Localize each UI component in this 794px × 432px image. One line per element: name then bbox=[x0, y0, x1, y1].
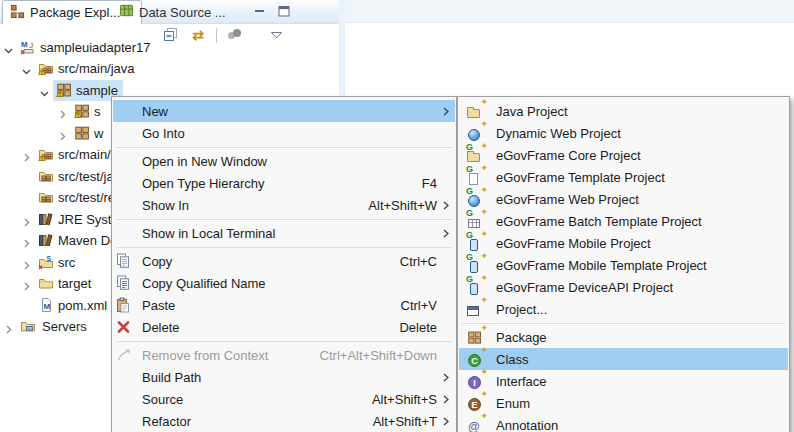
new-interface-icon: I✦ bbox=[467, 373, 487, 389]
egov-mobile-project-icon: G✦ bbox=[467, 235, 487, 251]
source-folder-icon bbox=[38, 189, 54, 205]
submenu-arrow-icon bbox=[439, 104, 449, 119]
tree-item-label: w bbox=[92, 123, 105, 144]
package-warning-icon bbox=[56, 82, 72, 98]
svg-text:S: S bbox=[47, 255, 52, 262]
new-package-icon: ✦ bbox=[467, 329, 487, 345]
new-java-project-icon: ✦ bbox=[467, 103, 487, 119]
chevron-collapsed-icon[interactable] bbox=[58, 107, 67, 116]
submenu-item-package[interactable]: ✦ Package bbox=[459, 326, 788, 348]
chevron-expanded-icon[interactable] bbox=[4, 43, 13, 52]
new-submenu: ✦ Java Project ✦ Dynamic Web Project G✦ … bbox=[457, 96, 790, 432]
svg-text:M: M bbox=[44, 302, 51, 311]
pom-file-icon: M bbox=[38, 297, 54, 313]
chevron-collapsed-icon[interactable] bbox=[58, 129, 67, 138]
chevron-collapsed-icon[interactable] bbox=[4, 322, 13, 331]
view-tab-bar: Package Expl... Data Source ... bbox=[0, 0, 339, 24]
submenu-item-egovframe-deviceapi-project[interactable]: G✦ eGovFrame DeviceAPI Project bbox=[459, 276, 788, 298]
new-class-icon: C✦ bbox=[467, 351, 487, 367]
submenu-item-egovframe-template-project[interactable]: G✦ eGovFrame Template Project bbox=[459, 166, 788, 188]
tree-item-label: src bbox=[56, 252, 77, 273]
library-icon bbox=[38, 232, 54, 248]
menu-item-open-type-hierarchy[interactable]: Open Type Hierarchy F4 bbox=[113, 172, 455, 194]
minimize-button[interactable] bbox=[254, 5, 266, 17]
tree-item-sampleuiadapter17[interactable]: MJ sampleuiadapter17 bbox=[0, 37, 339, 58]
new-enum-icon: E✦ bbox=[467, 395, 487, 411]
tree-item-src-main-java[interactable]: src/main/java bbox=[0, 58, 339, 79]
submenu-item-egovframe-web-project[interactable]: G✦ eGovFrame Web Project bbox=[459, 188, 788, 210]
egov-mobile-template-project-icon: G✦ bbox=[467, 257, 487, 273]
submenu-item-egovframe-mobile-project[interactable]: G✦ eGovFrame Mobile Project bbox=[459, 232, 788, 254]
submenu-arrow-icon bbox=[439, 226, 449, 241]
delete-icon bbox=[116, 319, 134, 335]
egov-core-project-icon: G✦ bbox=[467, 147, 487, 163]
tree-item-label: target bbox=[56, 273, 93, 294]
egov-template-project-icon: G✦ bbox=[467, 169, 487, 185]
new-project-generic-icon: ✦ bbox=[467, 301, 487, 317]
package-warning-icon bbox=[74, 103, 90, 119]
source-folder-warning-icon bbox=[38, 60, 54, 76]
package-explorer-icon bbox=[10, 4, 25, 22]
menu-item-remove-from-context[interactable]: Remove from Context Ctrl+Alt+Shift+Down bbox=[113, 344, 455, 366]
menu-item-source[interactable]: Source Alt+Shift+S bbox=[113, 388, 455, 410]
submenu-arrow-icon bbox=[439, 370, 449, 385]
submenu-item-egovframe-batch-template-project[interactable]: G✦ eGovFrame Batch Template Project bbox=[459, 210, 788, 232]
new-annotation-icon: @✦ bbox=[467, 417, 487, 432]
tab-data-source-explorer[interactable]: Data Source ... bbox=[112, 0, 233, 24]
context-menu: New Go Into Open in New Window Open Type… bbox=[111, 96, 457, 432]
chevron-collapsed-icon[interactable] bbox=[22, 150, 31, 159]
tree-item-label: sampleuiadapter17 bbox=[38, 37, 153, 58]
chevron-collapsed-icon[interactable] bbox=[22, 279, 31, 288]
submenu-item-egovframe-core-project[interactable]: G✦ eGovFrame Core Project bbox=[459, 144, 788, 166]
submenu-arrow-icon bbox=[439, 198, 449, 213]
maximize-button[interactable] bbox=[278, 5, 291, 18]
source-folder-warning-icon bbox=[38, 146, 54, 162]
chevron-expanded-icon[interactable] bbox=[22, 64, 31, 73]
menu-item-open-in-new-window[interactable]: Open in New Window bbox=[113, 150, 455, 172]
tree-item-label: s bbox=[92, 101, 103, 122]
submenu-item-interface[interactable]: I✦ Interface bbox=[459, 370, 788, 392]
src-folder-icon: S bbox=[38, 254, 54, 270]
menu-item-build-path[interactable]: Build Path bbox=[113, 366, 455, 388]
menu-separator bbox=[113, 338, 455, 344]
submenu-item-annotation[interactable]: @✦ Annotation bbox=[459, 414, 788, 432]
submenu-item-egovframe-mobile-template-project[interactable]: G✦ eGovFrame Mobile Template Project bbox=[459, 254, 788, 276]
folder-icon bbox=[38, 275, 54, 291]
submenu-item-enum[interactable]: E✦ Enum bbox=[459, 392, 788, 414]
submenu-item-project[interactable]: ✦ Project... bbox=[459, 298, 788, 320]
submenu-item-java-project[interactable]: ✦ Java Project bbox=[459, 100, 788, 122]
menu-item-copy[interactable]: Copy Ctrl+C bbox=[113, 250, 455, 272]
tree-item-label: src/main/java bbox=[56, 58, 137, 79]
editor-area-strip bbox=[345, 0, 794, 23]
paste-icon bbox=[116, 297, 134, 313]
data-source-icon bbox=[119, 3, 134, 21]
menu-separator bbox=[459, 320, 788, 326]
chevron-collapsed-icon[interactable] bbox=[22, 236, 31, 245]
menu-item-copy-qualified-name[interactable]: Copy Qualified Name bbox=[113, 272, 455, 294]
submenu-item-class[interactable]: C✦ Class bbox=[459, 348, 788, 370]
menu-item-refactor[interactable]: Refactor Alt+Shift+T bbox=[113, 410, 455, 432]
menu-item-show-in-local-terminal[interactable]: Show in Local Terminal bbox=[113, 222, 455, 244]
submenu-item-dynamic-web-project[interactable]: ✦ Dynamic Web Project bbox=[459, 122, 788, 144]
copy-icon bbox=[116, 253, 134, 269]
menu-item-paste[interactable]: Paste Ctrl+V bbox=[113, 294, 455, 316]
menu-item-delete[interactable]: Delete Delete bbox=[113, 316, 455, 338]
menu-item-show-in[interactable]: Show In Alt+Shift+W bbox=[113, 194, 455, 216]
chevron-collapsed-icon[interactable] bbox=[22, 258, 31, 267]
menu-item-go-into[interactable]: Go Into bbox=[113, 122, 455, 144]
copy-qualified-name-icon bbox=[116, 275, 134, 291]
menu-separator bbox=[113, 244, 455, 250]
svg-text:J: J bbox=[29, 41, 33, 50]
egov-deviceapi-project-icon: G✦ bbox=[467, 279, 487, 295]
submenu-arrow-icon bbox=[439, 414, 449, 429]
menu-separator bbox=[113, 144, 455, 150]
chevron-collapsed-icon[interactable] bbox=[22, 215, 31, 224]
menu-separator bbox=[113, 216, 455, 222]
package-icon bbox=[74, 125, 90, 141]
servers-folder-icon bbox=[20, 318, 36, 334]
source-folder-icon bbox=[38, 168, 54, 184]
menu-item-new[interactable]: New bbox=[113, 100, 455, 122]
chevron-expanded-icon[interactable] bbox=[40, 86, 49, 95]
tree-item-label: pom.xml bbox=[56, 295, 109, 316]
remove-from-context-icon bbox=[116, 347, 134, 363]
